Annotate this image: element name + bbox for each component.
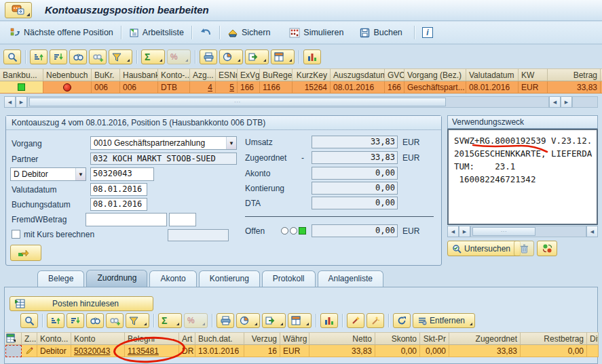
cell-konto[interactable]: DTB [158,81,190,94]
continue-button[interactable] [10,245,41,261]
column-header[interactable]: Z... [22,332,37,345]
scroll-left-button[interactable]: ◀ [549,96,561,108]
find-next-button[interactable] [106,313,124,328]
views-button[interactable] [236,313,260,328]
views-button[interactable] [219,49,243,64]
column-header[interactable]: Valutadatum [466,68,519,81]
layout-button[interactable] [271,49,295,64]
subledger-status-cell[interactable] [43,81,92,94]
inspect-button[interactable]: Untersuchen [447,241,521,256]
column-header[interactable]: Azg... [190,68,216,81]
scroll-track[interactable]: ∙∙∙ [470,226,586,237]
column-header[interactable]: Nebenbuch [43,68,92,81]
column-header[interactable]: Konto-... [158,68,190,81]
cell-esnr-link[interactable]: 5 [216,81,238,94]
column-header[interactable]: Zugeordnet [449,332,521,345]
calc-with-rate-checkbox[interactable] [12,230,20,239]
cell-gvc[interactable]: 166 [385,81,405,94]
debitor-account-input[interactable]: 50320043 [90,167,154,181]
tab-protokoll[interactable]: Protokoll [262,270,316,287]
edit-status-cell[interactable] [22,345,37,357]
vorgang-select[interactable]: 0010 Geschäftspartnerzahlung ▼ [90,136,237,150]
cell-restbetrag[interactable]: 0,00 [521,345,587,357]
scroll-thumb[interactable]: ∙∙∙ [472,227,535,236]
column-header[interactable]: Skonto [375,332,420,345]
find-button[interactable] [86,313,104,328]
column-header[interactable]: Bankbu... [0,68,43,81]
cell-kontoart[interactable]: Debitor [37,345,71,357]
scroll-left-button[interactable]: ◀ [4,96,16,108]
column-header[interactable]: Belegnr [125,332,179,345]
search-icon-button[interactable] [3,49,21,64]
export-button[interactable] [245,49,269,64]
column-header[interactable]: Hausbank [120,68,158,81]
chart-button[interactable] [303,49,321,64]
undo-button[interactable] [195,26,217,39]
scroll-left-button[interactable]: ◀ [586,226,598,237]
cell-kw[interactable]: EUR [519,81,548,94]
statement-row[interactable]: 006 006 DTB 4 5 166 1166 15264 08.01.201… [0,81,602,94]
column-header[interactable]: DiffB [587,332,599,345]
select-all-header-cell[interactable] [5,332,22,345]
column-header[interactable]: KurzKey [293,68,331,81]
search-icon-button[interactable] [20,313,38,328]
cell-buchdat[interactable]: 13.01.2016 [195,345,244,357]
row-select-cell[interactable] [5,345,22,357]
column-header[interactable]: BuKr. [92,68,120,81]
cell-konto-link[interactable]: 50320043 [71,345,125,357]
print-button[interactable] [217,313,234,328]
filter-button[interactable] [109,49,132,64]
sort-desc-button[interactable] [67,313,84,328]
find-button[interactable] [69,49,87,64]
chevron-down-icon[interactable]: ▼ [226,137,236,149]
refresh-button[interactable] [393,313,411,328]
post-button[interactable]: Buchen [355,26,407,39]
scroll-left-button[interactable]: ◀ [447,226,459,237]
tab-belege[interactable]: Belege [37,270,84,287]
column-header[interactable]: KW [519,68,548,81]
tab-zuordnung[interactable]: Zuordnung [86,270,147,287]
tab-akonto[interactable]: Akonto [149,270,196,287]
valutadatum-input[interactable]: 08.01.2016 [90,183,147,196]
simulate-button[interactable]: Simulieren [284,26,348,39]
info-button[interactable]: i [417,26,438,39]
tab-anlagenliste[interactable]: Anlagenliste [318,270,383,287]
chevron-down-icon[interactable]: ▼ [75,168,86,180]
cell-bukr[interactable]: 006 [92,81,120,94]
column-header[interactable]: Konto... [37,332,71,345]
buchungsdatum-input[interactable]: 08.01.2016 [90,198,147,211]
window-menu-button[interactable] [5,2,32,18]
cell-waehrg[interactable]: EUR [280,345,309,357]
column-header[interactable]: Buch.dat. [195,332,244,345]
print-button[interactable] [200,49,217,64]
column-header[interactable]: ESNr [216,68,238,81]
column-header[interactable]: Auszugsdatum [331,68,385,81]
scroll-track[interactable]: ∙∙∙ [27,96,549,108]
bank-status-cell[interactable] [0,81,43,94]
cell-verzug[interactable]: 16 [244,345,280,357]
cell-sktpr[interactable]: 0,000 [420,345,449,357]
filter-button[interactable] [126,313,149,328]
column-header[interactable]: Vorgang (Bez.) [405,68,466,81]
column-header[interactable]: Konto [71,332,125,345]
cell-zugeordnet[interactable]: 33,83 [449,345,521,357]
account-type-select[interactable]: D Debitor ▼ [10,167,86,181]
next-open-item-button[interactable]: Nächste offene Position [5,26,118,39]
cell-kurzkey[interactable]: 15264 [293,81,331,94]
scroll-right-button[interactable]: ▶ [561,96,572,108]
cell-azg-link[interactable]: 4 [190,81,216,94]
save-button[interactable]: Sichern [223,26,275,39]
toggle-status-button[interactable] [537,241,557,256]
export-button[interactable] [262,313,286,328]
note-text-area[interactable]: SVWZ+RG.8000192539 V.23.12.2015GESCHENKK… [447,129,598,225]
read-items-button[interactable]: Posten hinzulesen [10,296,153,311]
cell-vorgang[interactable]: Geschäftspart... [405,81,466,94]
assignment-row[interactable]: Debitor 50320043 1135481 DR 13.01.2016 1… [5,345,599,357]
column-header[interactable]: Skt-Pr [420,332,449,345]
column-header[interactable]: GVC [385,68,405,81]
cell-diff[interactable] [587,345,599,357]
scroll-thumb[interactable]: ∙∙∙ [29,98,446,106]
cell-valutadatum[interactable]: 08.01.2016 [466,81,519,94]
find-next-button[interactable] [89,49,107,64]
foreign-amount-input[interactable] [86,213,167,226]
